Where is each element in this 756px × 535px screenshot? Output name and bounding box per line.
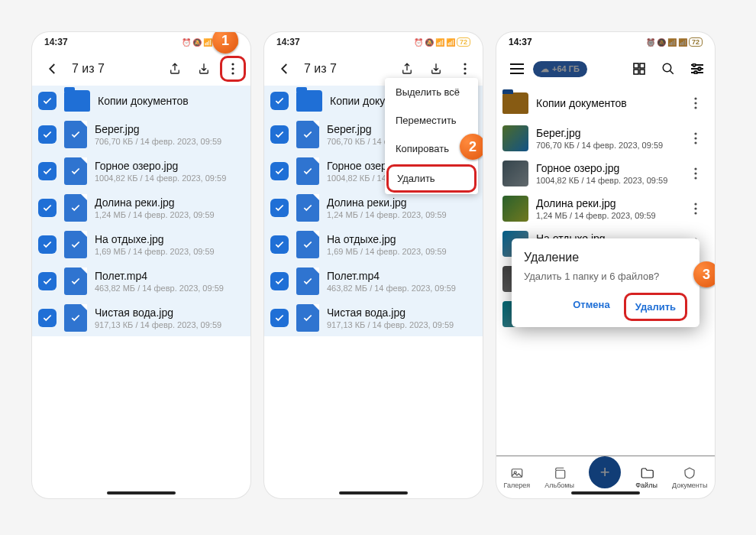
file-name: Долина реки.jpg xyxy=(95,196,244,209)
file-name: Долина реки.jpg xyxy=(327,196,477,209)
svg-point-13 xyxy=(694,71,697,74)
view-toggle-button[interactable] xyxy=(626,56,652,82)
selection-title: 7 из 7 xyxy=(69,62,159,76)
cloud-icon: ☁ xyxy=(541,64,549,74)
file-row[interactable]: Полет.mp4463,82 МБ / 14 февр. 2023, 09:5… xyxy=(264,263,483,300)
row-more-button[interactable] xyxy=(683,90,709,116)
file-row[interactable]: На отдыхе.jpg1,69 МБ / 14 февр. 2023, 09… xyxy=(32,226,250,263)
phone-3: 14:37 ⏰🔕📶📶 72 ☁ +64 ГБ xyxy=(496,32,715,498)
status-time: 14:37 xyxy=(276,37,300,47)
svg-rect-9 xyxy=(640,70,645,74)
status-icons: ⏰🔕📶📶 72 xyxy=(414,37,470,47)
file-list: Копии документовБерег.jpg706,70 КБ / 14 … xyxy=(32,86,250,498)
file-row[interactable]: Копии документов xyxy=(496,86,715,121)
svg-point-0 xyxy=(231,63,234,65)
home-indicator xyxy=(571,491,640,494)
dialog-cancel[interactable]: Отмена xyxy=(564,293,619,321)
file-icon xyxy=(64,304,87,332)
file-icon xyxy=(64,268,87,295)
checkbox-checked-icon[interactable] xyxy=(38,309,57,327)
file-name: Берег.jpg xyxy=(95,123,244,135)
file-row[interactable]: Долина реки.jpg1,24 МБ / 14 февр. 2023, … xyxy=(496,191,715,226)
file-meta: 1,24 МБ / 14 февр. 2023, 09:59 xyxy=(536,211,675,220)
file-row[interactable]: На отдыхе.jpg1,69 МБ / 14 февр. 2023, 09… xyxy=(264,226,483,263)
nav-files[interactable]: Файлы xyxy=(635,466,657,489)
file-row[interactable]: Берег.jpg706,70 КБ / 14 февр. 2023, 09:5… xyxy=(496,121,715,156)
status-bar: 14:37 ⏰🔕📶📶 72 xyxy=(264,32,483,52)
file-row[interactable]: Берег.jpg706,70 КБ / 14 февр. 2023, 09:5… xyxy=(32,116,250,153)
svg-point-25 xyxy=(694,212,696,214)
share-button[interactable] xyxy=(162,56,188,82)
file-meta: 1,69 МБ / 14 февр. 2023, 09:59 xyxy=(327,247,477,256)
checkbox-checked-icon[interactable] xyxy=(38,199,57,217)
nav-albums[interactable]: Альбомы xyxy=(544,466,574,489)
file-row[interactable]: Горное озеро.jpg1004,82 КБ / 14 февр. 20… xyxy=(496,156,715,191)
file-meta: 917,13 КБ / 14 февр. 2023, 09:59 xyxy=(95,320,244,329)
file-name: Копии документов xyxy=(98,95,244,107)
file-row[interactable]: Копии документов xyxy=(32,86,250,116)
file-row[interactable]: Чистая вода.jpg917,13 КБ / 14 февр. 2023… xyxy=(32,300,250,336)
svg-point-22 xyxy=(694,177,696,179)
menu-button[interactable] xyxy=(504,56,530,82)
fab-add[interactable]: + xyxy=(589,456,621,488)
battery-level: 72 xyxy=(457,37,470,47)
row-more-button[interactable] xyxy=(683,125,709,151)
menu-move[interactable]: Переместить xyxy=(385,106,478,135)
file-name: Полет.mp4 xyxy=(327,270,477,282)
filter-button[interactable] xyxy=(684,56,710,82)
status-bar: 14:37 ⏰🔕📶📶 72 xyxy=(496,32,715,52)
delete-dialog: Удаление Удалить 1 папку и 6 файлов? Отм… xyxy=(512,238,699,327)
status-icons: ⏰🔕📶📶 72 xyxy=(646,37,703,47)
file-icon xyxy=(296,121,319,148)
file-name: Копии документов xyxy=(536,97,675,109)
file-row[interactable]: Долина реки.jpg1,24 МБ / 14 февр. 2023, … xyxy=(32,190,250,226)
upsell-pill[interactable]: ☁ +64 ГБ xyxy=(533,61,587,77)
nav-docs[interactable]: Документы xyxy=(672,466,707,489)
phone-1: 1 14:37 ⏰🔕📶📶 72 7 из 7 Копии докумен xyxy=(32,32,250,498)
file-icon xyxy=(296,157,319,185)
file-name: Горное озеро.jpg xyxy=(95,160,244,172)
row-more-button[interactable] xyxy=(683,196,709,222)
download-button[interactable] xyxy=(191,56,217,82)
menu-delete[interactable]: Удалить xyxy=(386,164,477,193)
file-row[interactable]: Горное озеро.jpg1004,82 КБ / 14 февр. 20… xyxy=(32,153,250,190)
status-time: 14:37 xyxy=(509,37,532,47)
checkbox-checked-icon[interactable] xyxy=(38,125,57,144)
checkbox-checked-icon[interactable] xyxy=(270,125,289,144)
file-meta: 1,69 МБ / 14 февр. 2023, 09:59 xyxy=(95,247,244,256)
file-meta: 1004,82 КБ / 14 февр. 2023, 09:59 xyxy=(536,176,675,185)
file-name: Чистая вода.jpg xyxy=(327,306,477,319)
checkbox-checked-icon[interactable] xyxy=(270,309,289,327)
svg-point-11 xyxy=(693,63,696,66)
file-meta: 706,70 КБ / 14 февр. 2023, 09:59 xyxy=(536,141,675,150)
svg-point-16 xyxy=(694,106,696,109)
menu-select-all[interactable]: Выделить всё xyxy=(385,78,478,106)
checkbox-checked-icon[interactable] xyxy=(270,272,289,290)
file-icon xyxy=(296,231,319,258)
nav-gallery[interactable]: Галерея xyxy=(504,466,531,489)
file-icon xyxy=(296,268,319,295)
checkbox-checked-icon[interactable] xyxy=(38,162,57,180)
checkbox-checked-icon[interactable] xyxy=(38,92,57,110)
row-more-button[interactable] xyxy=(683,160,709,186)
more-button[interactable] xyxy=(220,56,246,82)
file-row[interactable]: Долина реки.jpg1,24 МБ / 14 февр. 2023, … xyxy=(264,190,483,226)
checkbox-checked-icon[interactable] xyxy=(270,199,289,217)
dialog-confirm[interactable]: Удалить xyxy=(624,293,687,321)
back-button[interactable] xyxy=(40,56,66,82)
svg-point-4 xyxy=(464,67,466,70)
checkbox-checked-icon[interactable] xyxy=(270,92,289,110)
folder-icon xyxy=(64,90,90,112)
back-button[interactable] xyxy=(272,56,298,82)
file-row[interactable]: Чистая вода.jpg917,13 КБ / 14 февр. 2023… xyxy=(264,300,483,336)
search-button[interactable] xyxy=(655,56,681,82)
step-badge-2: 2 xyxy=(460,134,483,160)
file-row[interactable]: Полет.mp4463,82 МБ / 14 февр. 2023, 09:5… xyxy=(32,263,250,300)
home-indicator xyxy=(107,491,176,494)
file-meta: 1,24 МБ / 14 февр. 2023, 09:59 xyxy=(95,210,244,219)
svg-point-14 xyxy=(694,97,696,99)
checkbox-checked-icon[interactable] xyxy=(270,162,289,180)
checkbox-checked-icon[interactable] xyxy=(38,235,57,254)
checkbox-checked-icon[interactable] xyxy=(270,235,289,254)
checkbox-checked-icon[interactable] xyxy=(38,272,57,290)
